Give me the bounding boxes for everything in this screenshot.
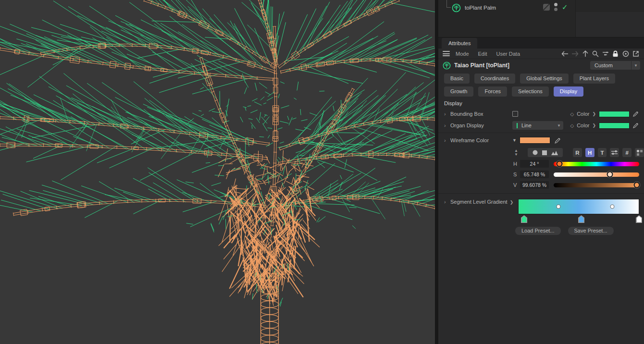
expand-arrow-icon[interactable]: › [444,111,450,117]
object-row-toplant-palm[interactable]: toPlant Palm [452,2,496,13]
saturation-slider-knob[interactable] [607,172,613,178]
chevron-down-icon[interactable]: ▼ [512,138,517,143]
expand-arrow-icon[interactable]: › [444,199,450,205]
attribute-tabs: Basic Coordinates Global Settings Plant … [438,72,644,98]
eyedropper-icon[interactable] [632,122,639,129]
up-arrow-icon[interactable] [581,49,589,58]
editor-toggle-icon[interactable] [543,4,550,11]
gradient-mode-icon [551,150,558,155]
object-title-row: Taiao Plant [toPlant] Custom ▼ [438,59,644,72]
visibility-dots-icon[interactable] [554,3,557,11]
circle-mode-icon [533,150,538,155]
filter-icon[interactable] [601,49,609,58]
lock-icon[interactable] [611,49,619,58]
hue-slider-knob[interactable] [556,161,562,167]
expand-arrow-icon[interactable]: › [444,137,450,143]
application-window: toPlant Palm ✓ Attributes Mode Edit User… [0,0,644,344]
picker-shape-group[interactable] [528,148,563,157]
row-wireframe-color: › Wireframe Color ▼ [438,135,644,145]
value-row: V 99.6078 % [513,181,639,189]
plant-icon [443,61,451,70]
hamburger-menu-icon[interactable] [443,51,450,56]
chevron-down-icon: ▼ [631,61,640,70]
tab-basic[interactable]: Basic [444,74,470,84]
wireframe-color-swatch[interactable] [520,137,550,144]
load-preset-button[interactable]: Load Preset... [515,227,561,235]
tab-global-settings[interactable]: Global Settings [520,74,569,84]
gradient-knot-blue[interactable] [578,215,584,223]
save-preset-button[interactable]: Save Preset... [568,227,614,235]
hue-value-field[interactable]: 24 ° [520,160,549,168]
forward-arrow-icon[interactable] [571,49,579,58]
section-title: Display [438,98,644,107]
menu-user-data[interactable]: User Data [496,51,520,57]
segment-gradient-label: Segment Level Gradient [450,199,508,205]
attributes-tab-strip: Attributes [438,37,644,49]
gradient-knots-row [444,215,639,224]
attributes-toolbar: Mode Edit User Data [438,49,644,59]
swatches-icon[interactable] [635,148,644,157]
enabled-check-icon[interactable]: ✓ [562,3,568,11]
value-slider-knob[interactable] [633,182,640,188]
object-toggles: ✓ [543,3,568,11]
tab-forces[interactable]: Forces [478,86,507,97]
chevron-down-icon: ▼ [555,123,563,128]
wireframe-color-label: Wireframe Color [450,137,512,143]
tab-display[interactable]: Display [554,86,583,97]
hue-label: H [513,161,520,167]
eyedropper-icon[interactable] [554,137,561,144]
gradient-midpoint-handle[interactable] [610,205,615,209]
palm-wireframe-render [0,0,435,344]
tab-plant-layers[interactable]: Plant Layers [573,74,615,84]
organ-display-label: Organ Display [450,123,512,128]
color-label: Color [577,111,589,117]
temperature-mode-button[interactable]: T [598,148,607,157]
collapse-chevrons-icon[interactable]: ▲▼ [513,149,519,156]
saturation-label: S [513,172,520,177]
tab-coordinates[interactable]: Coordinates [474,74,515,84]
hsv-mode-button[interactable]: H [585,148,594,157]
color-picker-toolbar: ▲▼ R H T # [513,147,644,158]
expand-arrow-icon[interactable]: › [444,123,450,128]
panel-divider[interactable] [435,0,438,344]
value-value-field[interactable]: 99.6078 % [520,181,549,189]
saturation-slider[interactable] [554,172,639,177]
chevron-right-icon[interactable]: ❯ [592,123,596,128]
hierarchy-line [446,0,447,7]
rgb-mode-button[interactable]: R [573,148,582,157]
bounding-box-color-swatch[interactable] [599,111,630,117]
segment-gradient-bar[interactable] [518,199,639,214]
saturation-value-field[interactable]: 65.748 % [520,171,549,178]
saturation-row: S 65.748 % [513,170,639,179]
search-icon[interactable] [591,49,599,58]
mixer-icon[interactable] [610,148,619,157]
hex-mode-button[interactable]: # [622,148,632,157]
target-icon[interactable] [621,49,630,58]
hue-slider[interactable] [554,162,639,166]
popout-icon[interactable] [632,49,640,58]
tab-attributes[interactable]: Attributes [442,38,477,49]
value-slider[interactable] [554,183,639,187]
tab-growth[interactable]: Growth [444,86,473,97]
back-arrow-icon[interactable] [561,49,569,58]
gradient-knot-green[interactable] [521,215,527,223]
color-label: Color [577,123,589,128]
eyedropper-icon[interactable] [632,111,639,117]
3d-viewport[interactable] [0,0,435,344]
row-segment-gradient: › Segment Level Gradient ❯ [444,199,639,214]
bounding-box-checkbox[interactable] [512,111,518,117]
key-diamond-icon[interactable]: ◇ [570,123,574,128]
organ-display-value: Line [518,123,555,128]
menu-edit[interactable]: Edit [478,51,487,57]
preset-dropdown[interactable]: Custom ▼ [590,61,640,70]
plant-icon [452,3,461,12]
key-diamond-icon[interactable]: ◇ [570,111,574,117]
organ-display-dropdown[interactable]: Line ▼ [512,121,563,130]
menu-mode[interactable]: Mode [456,51,469,57]
chevron-right-icon[interactable]: ❯ [510,200,514,205]
chevron-right-icon[interactable]: ❯ [592,111,596,116]
gradient-knot-white[interactable] [636,215,642,223]
gradient-midpoint-handle[interactable] [556,205,560,209]
organ-color-swatch[interactable] [599,123,630,129]
tab-selections[interactable]: Selections [512,86,549,97]
